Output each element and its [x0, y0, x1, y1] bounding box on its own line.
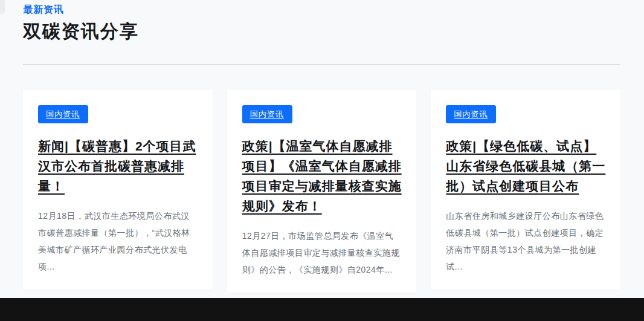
news-excerpt: 12月18日，武汉市生态环境局公布武汉市碳普惠减排量（第一批），“武汉格林美城市… [38, 207, 198, 275]
page-title: 双碳资讯分享 [23, 19, 620, 44]
news-card: 国内资讯 政策|【绿色低碳、试点】山东省绿色低碳县城（第一批）试点创建项目公布 … [431, 90, 620, 290]
news-title-link[interactable]: 政策|【绿色低碳、试点】山东省绿色低碳县城（第一批）试点创建项目公布 [446, 136, 606, 196]
category-badge-link[interactable]: 国内资讯 [38, 105, 88, 123]
news-excerpt: 山东省住房和城乡建设厅公布山东省绿色低碳县城（第一批）试点创建项目，确定济南市平… [446, 207, 606, 275]
news-card: 国内资讯 新闻|【碳普惠】2个项目武汉市公布首批碳普惠减排量！ 12月18日，武… [23, 90, 213, 290]
news-title-link[interactable]: 政策|【温室气体自愿减排项目】《温室气体自愿减排项目审定与减排量核查实施规则》发… [242, 136, 402, 216]
news-card: 国内资讯 政策|【温室气体自愿减排项目】《温室气体自愿减排项目审定与减排量核查实… [227, 90, 417, 293]
section-eyebrow: 最新资讯 [23, 4, 620, 16]
category-badge-link[interactable]: 国内资讯 [446, 105, 496, 123]
news-section-page: 最新资讯 双碳资讯分享 国内资讯 新闻|【碳普惠】2个项目武汉市公布首批碳普惠减… [0, 0, 644, 321]
floating-widget-fragment [0, 0, 5, 13]
news-title-link[interactable]: 新闻|【碳普惠】2个项目武汉市公布首批碳普惠减排量！ [38, 136, 198, 196]
category-badge-link[interactable]: 国内资讯 [242, 105, 292, 123]
news-card-list: 国内资讯 新闻|【碳普惠】2个项目武汉市公布首批碳普惠减排量！ 12月18日，武… [23, 90, 620, 293]
news-excerpt: 12月27日，市场监管总局发布《温室气体自愿减排项目审定与减排量核查实施规则》的… [242, 227, 402, 278]
news-section: 最新资讯 双碳资讯分享 国内资讯 新闻|【碳普惠】2个项目武汉市公布首批碳普惠减… [0, 0, 644, 293]
section-divider [23, 64, 620, 65]
footer-bar [0, 298, 644, 321]
